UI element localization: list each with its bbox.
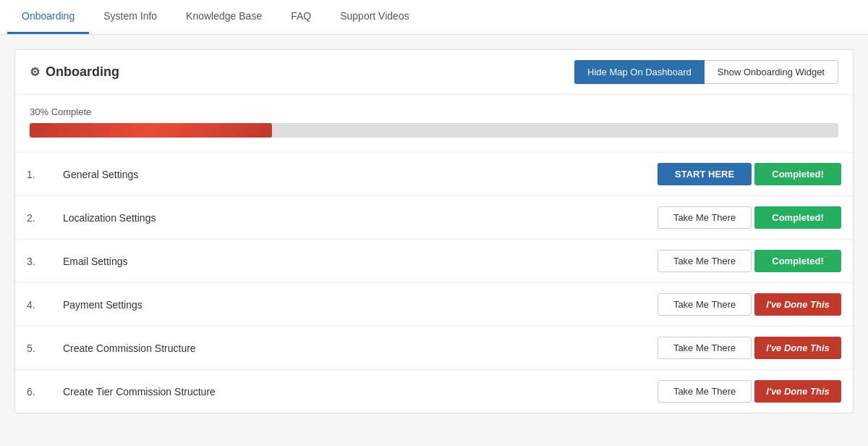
completed-button[interactable]: Completed! <box>754 250 841 272</box>
gear-icon: ⚙ <box>30 65 40 79</box>
completed-button[interactable]: Completed! <box>754 206 841 229</box>
row-number: 1. <box>15 153 51 196</box>
take-me-there-button[interactable]: Take Me There <box>658 380 752 403</box>
onboarding-table: 1.General SettingsSTART HERE Completed!2… <box>15 152 853 413</box>
row-actions: Take Me There I've Done This <box>420 283 853 327</box>
table-row: 3.Email SettingsTake Me There Completed! <box>15 240 853 283</box>
onboarding-card: ⚙ Onboarding Hide Map On Dashboard Show … <box>14 49 854 413</box>
tab-onboarding[interactable]: Onboarding <box>7 0 89 34</box>
completed-button[interactable]: Completed! <box>754 163 841 185</box>
row-actions: Take Me There I've Done This <box>420 370 853 413</box>
table-row: 1.General SettingsSTART HERE Completed! <box>15 153 853 196</box>
row-actions: Take Me There I've Done This <box>420 327 853 370</box>
table-row: 2.Localization SettingsTake Me There Com… <box>15 196 853 240</box>
hide-map-button[interactable]: Hide Map On Dashboard <box>574 60 705 84</box>
ive-done-this-button[interactable]: I've Done This <box>754 337 841 359</box>
card-header: ⚙ Onboarding Hide Map On Dashboard Show … <box>15 50 853 95</box>
row-label: Localization Settings <box>51 196 420 240</box>
row-number: 4. <box>15 283 51 327</box>
header-buttons: Hide Map On Dashboard Show Onboarding Wi… <box>574 60 838 84</box>
table-row: 4.Payment SettingsTake Me There I've Don… <box>15 283 853 327</box>
row-number: 6. <box>15 370 51 413</box>
progress-label: 30% Complete <box>30 106 838 117</box>
progress-bar-background <box>30 123 838 138</box>
row-number: 5. <box>15 327 51 370</box>
row-label: Create Commission Structure <box>51 327 420 370</box>
take-me-there-button[interactable]: Take Me There <box>658 250 752 272</box>
row-label: Email Settings <box>51 240 420 283</box>
ive-done-this-button[interactable]: I've Done This <box>754 380 841 403</box>
start-here-button[interactable]: START HERE <box>658 163 752 185</box>
main-content: ⚙ Onboarding Hide Map On Dashboard Show … <box>0 35 868 428</box>
show-widget-button[interactable]: Show Onboarding Widget <box>705 60 838 84</box>
table-row: 5.Create Commission StructureTake Me The… <box>15 327 853 370</box>
row-actions: Take Me There Completed! <box>420 240 853 283</box>
tab-knowledge-base[interactable]: Knowledge Base <box>171 0 276 34</box>
tab-system-info[interactable]: System Info <box>89 0 171 34</box>
card-title-text: Onboarding <box>46 64 119 80</box>
tab-faq[interactable]: FAQ <box>276 0 326 34</box>
table-row: 6.Create Tier Commission StructureTake M… <box>15 370 853 413</box>
take-me-there-button[interactable]: Take Me There <box>658 206 752 229</box>
tabs-bar: Onboarding System Info Knowledge Base FA… <box>0 0 868 35</box>
take-me-there-button[interactable]: Take Me There <box>658 293 752 316</box>
card-title: ⚙ Onboarding <box>30 64 119 80</box>
row-label: General Settings <box>51 153 420 196</box>
row-actions: Take Me There Completed! <box>420 196 853 240</box>
take-me-there-button[interactable]: Take Me There <box>658 337 752 359</box>
progress-section: 30% Complete <box>15 95 853 152</box>
row-number: 3. <box>15 240 51 283</box>
progress-bar-fill <box>30 123 272 138</box>
row-actions: START HERE Completed! <box>420 153 853 196</box>
row-label: Payment Settings <box>51 283 420 327</box>
tab-support-videos[interactable]: Support Videos <box>326 0 423 34</box>
row-number: 2. <box>15 196 51 240</box>
ive-done-this-button[interactable]: I've Done This <box>754 293 841 316</box>
row-label: Create Tier Commission Structure <box>51 370 420 413</box>
